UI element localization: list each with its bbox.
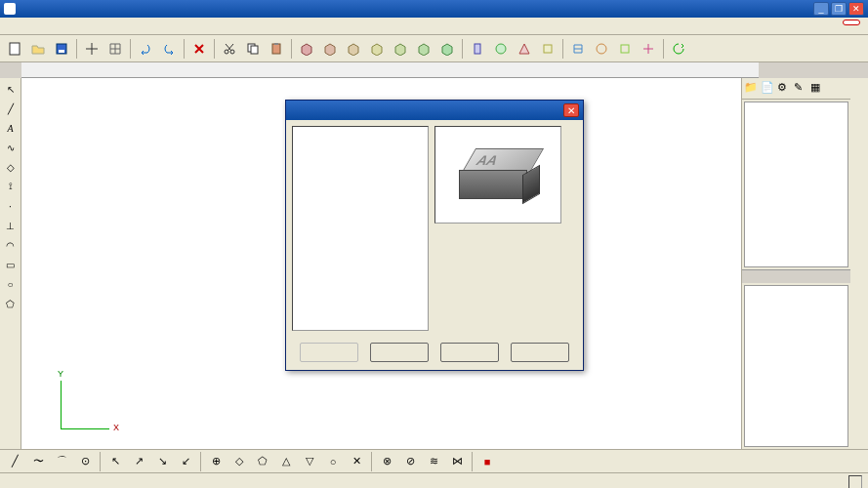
- rect-icon[interactable]: ▭: [2, 256, 20, 273]
- snap-icon[interactable]: ⬠: [252, 451, 273, 472]
- snap-icon[interactable]: ✕: [346, 451, 367, 472]
- grid-icon[interactable]: [104, 38, 126, 60]
- close-button[interactable]: ✕: [848, 2, 864, 16]
- svg-rect-9: [475, 44, 480, 54]
- svg-rect-0: [10, 43, 20, 55]
- tool1-icon[interactable]: [467, 38, 488, 60]
- snap-icon[interactable]: ↘: [151, 451, 173, 472]
- svg-rect-2: [59, 50, 64, 53]
- process-range-dialog: ✕ AA: [285, 100, 584, 371]
- refresh-icon[interactable]: [668, 38, 689, 60]
- delete-icon[interactable]: [188, 38, 210, 60]
- cancel-button[interactable]: [440, 343, 499, 362]
- snap-icon[interactable]: ⊘: [399, 451, 421, 472]
- menu-item[interactable]: [45, 24, 57, 28]
- color-palette: [850, 78, 868, 449]
- point-icon[interactable]: ·: [2, 197, 20, 215]
- poly-icon[interactable]: ⬠: [2, 295, 20, 312]
- snap-icon[interactable]: ╱: [4, 451, 25, 472]
- minimize-button[interactable]: _: [813, 2, 829, 16]
- snap-icon[interactable]: ▽: [299, 451, 320, 472]
- menu-item[interactable]: [72, 24, 84, 28]
- maximize-button[interactable]: ❐: [831, 2, 847, 16]
- snap-icon[interactable]: ○: [322, 451, 344, 472]
- box2-icon[interactable]: [319, 38, 341, 60]
- cut-icon[interactable]: [219, 38, 240, 60]
- project-tree[interactable]: [744, 102, 848, 267]
- tool4-icon[interactable]: [537, 38, 558, 60]
- snap-icon[interactable]: ⊙: [74, 451, 96, 472]
- snap-icon[interactable]: ↖: [104, 451, 126, 472]
- new-icon[interactable]: [4, 38, 25, 60]
- menu-item[interactable]: [18, 24, 29, 28]
- svg-rect-11: [544, 45, 552, 53]
- help-button[interactable]: [511, 343, 569, 362]
- menu-item[interactable]: [4, 24, 16, 28]
- snap-icon[interactable]: △: [275, 451, 297, 472]
- preview-pane: AA: [434, 126, 561, 224]
- menu-item[interactable]: [59, 24, 70, 28]
- snap-icon[interactable]: ⌒: [51, 451, 72, 472]
- snap-icon[interactable]: ⋈: [446, 451, 468, 472]
- box3-icon[interactable]: [343, 38, 364, 60]
- svg-rect-8: [274, 43, 278, 45]
- svg-rect-6: [251, 46, 258, 54]
- prev-button: [300, 343, 358, 362]
- line-icon[interactable]: ╱: [2, 100, 20, 117]
- panel-tool-icon[interactable]: 📁: [744, 81, 760, 97]
- menu-item[interactable]: [113, 24, 125, 28]
- snap-icon[interactable]: 〜: [27, 451, 49, 472]
- panel-tool-icon[interactable]: ▦: [810, 81, 826, 97]
- circle-icon[interactable]: ○: [2, 275, 20, 293]
- panel-tool-icon[interactable]: ⚙: [777, 81, 793, 97]
- measure-icon[interactable]: ⟟: [2, 178, 20, 195]
- next-button[interactable]: [370, 343, 429, 362]
- snap-icon[interactable]: ≋: [423, 451, 444, 472]
- snap-icon[interactable]: ⊗: [376, 451, 397, 472]
- text-icon[interactable]: A: [2, 119, 20, 137]
- box1-icon[interactable]: [296, 38, 317, 60]
- copy-icon[interactable]: [242, 38, 264, 60]
- menu-item[interactable]: [86, 24, 98, 28]
- tool3-icon[interactable]: [514, 38, 535, 60]
- save-icon[interactable]: [51, 38, 72, 60]
- open-icon[interactable]: [27, 38, 49, 60]
- left-toolbar: ↖ ╱ A ∿ ◇ ⟟ · ⊥ ◠ ▭ ○ ⬠: [0, 78, 21, 449]
- paste-icon[interactable]: [266, 38, 287, 60]
- snap-icon[interactable]: ⊕: [205, 451, 227, 472]
- panel-tool-icon[interactable]: 📄: [761, 81, 776, 97]
- box7-icon[interactable]: [436, 38, 458, 60]
- redo-icon[interactable]: [158, 38, 180, 60]
- box6-icon[interactable]: [413, 38, 434, 60]
- shape-icon[interactable]: ◇: [2, 158, 20, 176]
- svg-rect-7: [272, 44, 280, 54]
- watermark-label: [843, 20, 860, 25]
- menu-item[interactable]: [31, 24, 43, 28]
- snap-icon[interactable]: ↙: [175, 451, 196, 472]
- tool2-icon[interactable]: [490, 38, 512, 60]
- undo-icon[interactable]: [135, 38, 156, 60]
- dialog-close-button[interactable]: ✕: [563, 103, 579, 117]
- status-unit: [848, 475, 862, 489]
- panel-tool-icon[interactable]: ✎: [794, 81, 809, 97]
- pointer-icon[interactable]: ↖: [2, 80, 20, 98]
- menu-item[interactable]: [100, 24, 111, 28]
- method-tree[interactable]: [292, 126, 429, 331]
- crosshair-icon[interactable]: [81, 38, 103, 60]
- dim-icon[interactable]: ⊥: [2, 217, 20, 234]
- sim3-icon[interactable]: [614, 38, 636, 60]
- dialog-titlebar[interactable]: ✕: [286, 101, 583, 120]
- horizontal-ruler: [21, 62, 759, 78]
- stop-icon[interactable]: ■: [476, 451, 498, 472]
- svg-point-12: [597, 44, 606, 54]
- snap-icon[interactable]: ◇: [228, 451, 250, 472]
- sim4-icon[interactable]: [638, 38, 659, 60]
- sim1-icon[interactable]: [567, 38, 589, 60]
- arc-icon[interactable]: ◠: [2, 236, 20, 254]
- svg-rect-13: [621, 45, 629, 53]
- curve-icon[interactable]: ∿: [2, 139, 20, 156]
- sim2-icon[interactable]: [591, 38, 612, 60]
- snap-icon[interactable]: ↗: [128, 451, 149, 472]
- box4-icon[interactable]: [366, 38, 388, 60]
- box5-icon[interactable]: [390, 38, 411, 60]
